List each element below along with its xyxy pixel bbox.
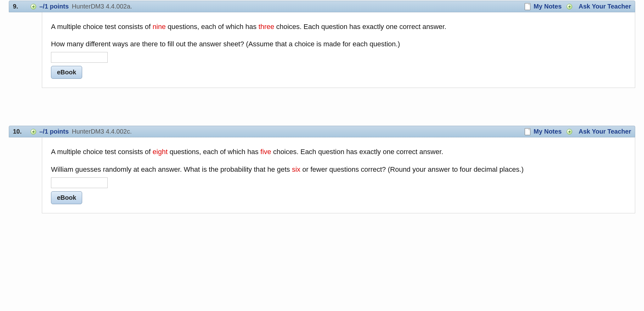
question-intro: A multiple choice test consists of eight…	[51, 146, 626, 157]
notes-icon[interactable]	[525, 128, 530, 135]
ebook-button[interactable]: eBook	[51, 66, 82, 79]
source-label: HunterDM3 4.4.002a.	[72, 3, 132, 10]
header-actions: My Notes + Ask Your Teacher	[525, 128, 631, 135]
question-header: 9. + –/1 points HunterDM3 4.4.002a. My N…	[9, 1, 635, 12]
randomized-value: three	[258, 23, 274, 31]
points-label[interactable]: –/1 points	[39, 128, 69, 135]
notes-icon[interactable]	[525, 3, 530, 10]
expand-icon[interactable]: +	[31, 129, 36, 135]
randomized-value: six	[292, 165, 300, 173]
randomized-value: five	[260, 148, 271, 156]
my-notes-link[interactable]: My Notes	[534, 3, 562, 10]
expand-icon[interactable]: +	[31, 4, 36, 9]
my-notes-link[interactable]: My Notes	[534, 128, 562, 135]
question-prompt: How many different ways are there to fil…	[51, 38, 626, 49]
ebook-button[interactable]: eBook	[51, 191, 82, 204]
question-number: 9.	[13, 3, 23, 10]
question-body: A multiple choice test consists of nine …	[42, 12, 635, 88]
plus-icon[interactable]: +	[567, 4, 572, 9]
answer-input[interactable]	[51, 177, 108, 188]
points-label[interactable]: –/1 points	[39, 3, 69, 10]
question-block: 10. + –/1 points HunterDM3 4.4.002c. My …	[9, 126, 635, 213]
answer-input[interactable]	[51, 52, 108, 63]
question-body: A multiple choice test consists of eight…	[42, 137, 635, 213]
question-block: 9. + –/1 points HunterDM3 4.4.002a. My N…	[9, 0, 635, 88]
question-header: 10. + –/1 points HunterDM3 4.4.002c. My …	[9, 126, 635, 137]
ask-teacher-link[interactable]: Ask Your Teacher	[579, 128, 631, 135]
question-prompt: William guesses randomly at each answer.…	[51, 164, 626, 175]
question-intro: A multiple choice test consists of nine …	[51, 21, 626, 32]
source-label: HunterDM3 4.4.002c.	[72, 128, 132, 135]
randomized-value: nine	[153, 23, 166, 31]
header-actions: My Notes + Ask Your Teacher	[525, 3, 631, 10]
plus-icon[interactable]: +	[567, 129, 572, 135]
randomized-value: eight	[153, 148, 168, 156]
ask-teacher-link[interactable]: Ask Your Teacher	[579, 3, 631, 10]
question-number: 10.	[13, 128, 23, 135]
